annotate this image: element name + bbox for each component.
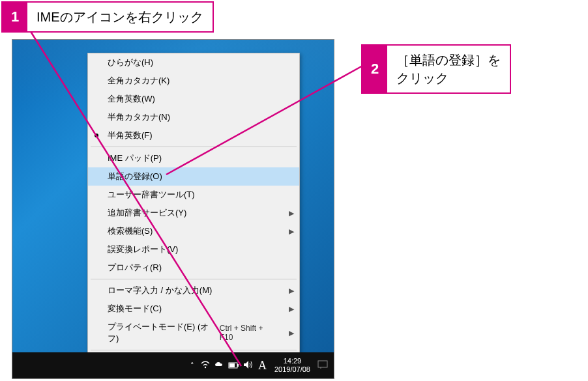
menu-label: 半角英数(F) <box>108 130 153 141</box>
callout-1-number: 1 <box>3 3 27 31</box>
screenshot-area: ひらがな(H) 全角カタカナ(K) 全角英数(W) 半角カタカナ(N) 半角英数… <box>12 39 334 379</box>
callout-2-number: 2 <box>362 46 387 92</box>
wifi-icon[interactable] <box>198 360 213 371</box>
menu-label: 誤変換レポート(V) <box>108 244 178 255</box>
menu-misconv[interactable]: 誤変換レポート(V) <box>88 240 299 259</box>
taskbar-date: 2019/07/08 <box>274 365 310 374</box>
menu-katakana-half[interactable]: 半角カタカナ(N) <box>88 108 299 126</box>
menu-label: IME パッド(P) <box>108 152 162 164</box>
checkmark-icon <box>95 134 98 137</box>
ime-context-menu: ひらがな(H) 全角カタカナ(K) 全角英数(W) 半角カタカナ(N) 半角英数… <box>87 53 300 371</box>
menu-label: 全角カタカナ(K) <box>108 75 169 87</box>
submenu-arrow-icon: ▶ <box>289 209 294 218</box>
submenu-arrow-icon: ▶ <box>289 329 294 337</box>
onedrive-icon[interactable] <box>213 360 227 371</box>
menu-alnum-half[interactable]: 半角英数(F) <box>88 126 299 145</box>
submenu-arrow-icon: ▶ <box>289 305 294 313</box>
menu-separator <box>91 279 297 279</box>
svg-rect-2 <box>237 364 239 367</box>
taskbar: ˄ A 14:29 2019/07/08 <box>12 352 334 378</box>
menu-private-mode[interactable]: プライベートモード(E) (オフ)Ctrl + Shift + F10▶ <box>88 318 299 348</box>
svg-rect-4 <box>318 361 327 367</box>
menu-label: 変換モード(C) <box>108 303 162 315</box>
menu-user-dict[interactable]: ユーザー辞書ツール(T) <box>88 186 299 204</box>
taskbar-clock[interactable]: 14:29 2019/07/08 <box>269 357 316 374</box>
svg-point-0 <box>205 367 206 368</box>
taskbar-time: 14:29 <box>274 357 310 365</box>
ime-icon[interactable]: A <box>256 359 269 373</box>
menu-separator <box>91 350 297 350</box>
menu-search[interactable]: 検索機能(S)▶ <box>88 222 299 240</box>
menu-separator <box>91 147 297 147</box>
menu-alnum-full[interactable]: 全角英数(W) <box>88 90 299 108</box>
menu-register-word[interactable]: 単語の登録(O) <box>88 167 299 186</box>
menu-label: 全角英数(W) <box>108 93 155 105</box>
notification-icon[interactable] <box>316 360 330 371</box>
menu-shortcut: Ctrl + Shift + F10 <box>220 324 289 342</box>
menu-label: 単語の登録(O) <box>108 171 162 182</box>
menu-label: プロパティ(R) <box>108 262 162 274</box>
menu-hiragana[interactable]: ひらがな(H) <box>88 53 299 72</box>
callout-1: 1 IMEのアイコンを右クリック <box>1 1 214 33</box>
menu-label: ひらがな(H) <box>108 57 153 68</box>
menu-romaji[interactable]: ローマ字入力 / かな入力(M)▶ <box>88 281 299 300</box>
menu-label: プライベートモード(E) (オフ) <box>108 321 220 345</box>
svg-rect-3 <box>229 363 235 367</box>
submenu-arrow-icon: ▶ <box>289 287 294 295</box>
callout-2: 2 ［単語の登録］を クリック <box>361 44 511 94</box>
callout-2-text: ［単語の登録］を クリック <box>387 46 510 92</box>
menu-label: 追加辞書サービス(Y) <box>108 207 186 219</box>
menu-ime-pad[interactable]: IME パッド(P) <box>88 149 299 167</box>
menu-conv-mode[interactable]: 変換モード(C)▶ <box>88 300 299 318</box>
submenu-arrow-icon: ▶ <box>289 227 294 236</box>
menu-property[interactable]: プロパティ(R) <box>88 259 299 277</box>
battery-icon[interactable] <box>227 360 241 371</box>
menu-katakana-full[interactable]: 全角カタカナ(K) <box>88 72 299 90</box>
menu-label: ユーザー辞書ツール(T) <box>108 189 195 201</box>
volume-icon[interactable] <box>241 360 256 371</box>
menu-addon-dict[interactable]: 追加辞書サービス(Y)▶ <box>88 204 299 222</box>
menu-label: ローマ字入力 / かな入力(M) <box>108 285 212 296</box>
callout-1-text: IMEのアイコンを右クリック <box>27 3 213 31</box>
tray-overflow-icon[interactable]: ˄ <box>186 361 198 370</box>
menu-label: 半角カタカナ(N) <box>108 111 170 123</box>
menu-label: 検索機能(S) <box>108 225 153 237</box>
